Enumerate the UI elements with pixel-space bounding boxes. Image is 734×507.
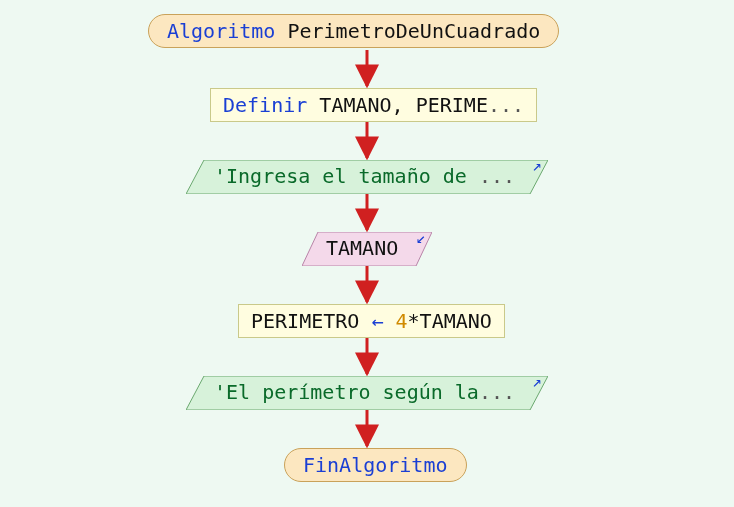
assign-coef: 4 [396,309,408,333]
node-end: FinAlgoritmo [284,448,467,482]
algorithm-name: PerimetroDeUnCuadrado [287,19,540,43]
assign-lhs: PERIMETRO [251,309,359,333]
prompt1-ellipsis: ... [479,164,515,188]
node-start: Algoritmo PerimetroDeUnCuadrado [148,14,559,48]
assign-op: * [408,309,420,333]
flowchart-canvas: Algoritmo PerimetroDeUnCuadrado Definir … [0,0,734,507]
define-ellipsis: ... [488,93,524,117]
input-var: TAMANO [326,236,398,260]
prompt2-text: 'El perímetro según la [214,380,479,404]
input-arrow-icon: ↙ [416,228,426,247]
node-assign: PERIMETRO ← 4*TAMANO [238,304,505,338]
output-arrow-icon: ↗ [532,156,542,175]
node-define: Definir TAMANO, PERIME... [210,88,537,122]
define-vars: TAMANO, PERIME [319,93,488,117]
output-arrow-icon: ↗ [532,372,542,391]
keyword-finalgoritmo: FinAlgoritmo [303,453,448,477]
keyword-definir: Definir [223,93,307,117]
prompt1-text: 'Ingresa el tamaño de [214,164,479,188]
keyword-algoritmo: Algoritmo [167,19,275,43]
assign-arrow: ← [371,309,383,333]
assign-rhs: TAMANO [420,309,492,333]
node-output-prompt2: 'El perímetro según la... ↗ [186,376,548,410]
node-input-tamano: TAMANO ↙ [302,232,432,266]
prompt2-ellipsis: ... [479,380,515,404]
node-output-prompt1: 'Ingresa el tamaño de ... ↗ [186,160,548,194]
